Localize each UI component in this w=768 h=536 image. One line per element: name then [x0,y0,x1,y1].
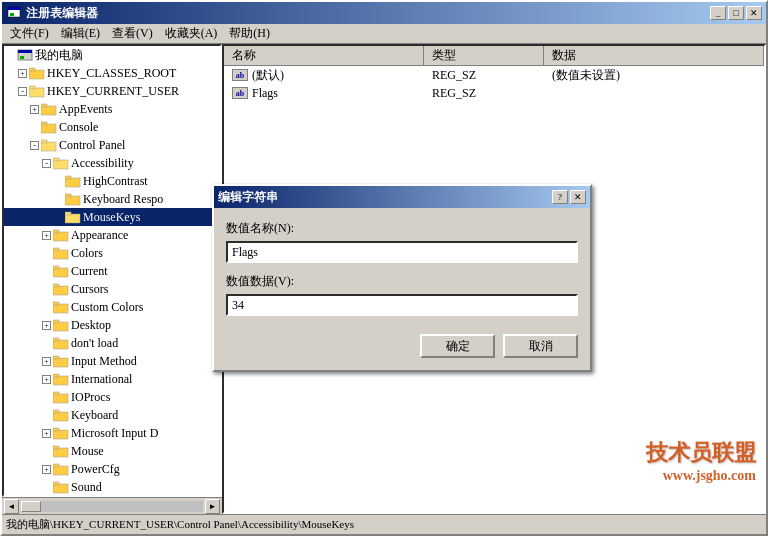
expand-hkey-current-user[interactable]: - [18,87,27,96]
menu-view[interactable]: 查看(V) [106,23,159,44]
expand-international[interactable]: + [42,375,51,384]
svg-rect-44 [53,412,68,421]
svg-rect-7 [29,68,35,71]
tree-item-keyboard[interactable]: Keyboard [4,406,220,424]
menu-edit[interactable]: 编辑(E) [55,23,106,44]
folder-icon-dont-load [53,336,69,350]
tree-item-custom-colors[interactable]: Custom Colors [4,298,220,316]
scroll-left-btn[interactable]: ◄ [4,499,19,514]
svg-rect-18 [65,178,80,187]
folder-icon-microsoft-input [53,426,69,440]
dialog-cancel-button[interactable]: 取消 [503,334,578,358]
dialog-buttons: 确定 取消 [226,334,578,358]
dialog-data-input[interactable] [226,294,578,316]
folder-icon-powercfg [53,462,69,476]
close-button[interactable]: ✕ [746,6,762,20]
expand-appearance[interactable]: + [42,231,51,240]
menu-bar: 文件(F) 编辑(E) 查看(V) 收藏夹(A) 帮助(H) [2,24,766,44]
table-header: 名称 类型 数据 [224,46,764,66]
tree-wrapper: 我的电脑 + HKEY_CLASSES_ROOT - [2,44,222,514]
svg-rect-47 [53,428,59,431]
tree-item-console[interactable]: Console [4,118,220,136]
tree-label-sound: Sound [71,480,102,495]
td-name-0: ab (默认) [224,66,424,84]
svg-rect-43 [53,392,59,395]
tree-item-international[interactable]: + International [4,370,220,388]
svg-rect-52 [53,484,68,493]
watermark-line1: 技术员联盟 [646,438,756,468]
table-row[interactable]: ab Flags REG_SZ [224,84,764,102]
menu-file[interactable]: 文件(F) [4,23,55,44]
minimize-button[interactable]: _ [710,6,726,20]
folder-icon-console [41,120,57,134]
svg-rect-24 [53,232,68,241]
scroll-right-btn[interactable]: ► [205,499,220,514]
tree-item-accessibility[interactable]: - Accessibility [4,154,220,172]
tree-item-powercfg[interactable]: + PowerCfg [4,460,220,478]
svg-rect-28 [53,268,68,277]
svg-rect-30 [53,286,68,295]
expand-appevents[interactable]: + [30,105,39,114]
tree-label-desktop: Desktop [71,318,111,333]
main-content: 我的电脑 + HKEY_CLASSES_ROOT - [2,44,766,514]
tree-item-control-panel[interactable]: - Control Panel [4,136,220,154]
folder-icon-appevents [41,102,57,116]
dialog-title-buttons: ? ✕ [552,190,586,204]
tree-item-mousekeys[interactable]: MouseKeys [4,208,220,226]
dialog-ok-button[interactable]: 确定 [420,334,495,358]
td-type-0: REG_SZ [424,66,544,84]
tree-label-keyboard-respo: Keyboard Respo [83,192,163,207]
svg-rect-15 [41,140,47,143]
tree-item-sound[interactable]: Sound [4,478,220,496]
menu-favorites[interactable]: 收藏夹(A) [159,23,224,44]
tree-item-keyboard-respo[interactable]: Keyboard Respo [4,190,220,208]
dialog-title-text: 编辑字符串 [218,189,552,206]
tree-item-my-computer[interactable]: 我的电脑 [4,46,220,64]
maximize-button[interactable]: □ [728,6,744,20]
scroll-thumb[interactable] [21,501,41,512]
dialog-close-button[interactable]: ✕ [570,190,586,204]
tree-item-appearance[interactable]: + Appearance [4,226,220,244]
tree-label-appevents: AppEvents [59,102,112,117]
folder-icon-mouse [53,444,69,458]
svg-rect-33 [53,302,59,305]
expand-hkey-classes-root[interactable]: + [18,69,27,78]
tree-item-colors[interactable]: Colors [4,244,220,262]
expand-accessibility[interactable]: - [42,159,51,168]
tree-item-ioprocs[interactable]: IOProcs [4,388,220,406]
tree-item-microsoft-input[interactable]: + Microsoft Input D [4,424,220,442]
tree-item-highcontrast[interactable]: HighContrast [4,172,220,190]
folder-icon-sound [53,480,69,494]
tree-panel[interactable]: 我的电脑 + HKEY_CLASSES_ROOT - [2,44,222,497]
tree-item-input-method[interactable]: + Input Method [4,352,220,370]
svg-rect-11 [41,104,47,107]
expand-input-method[interactable]: + [42,357,51,366]
expand-control-panel[interactable]: - [30,141,39,150]
tree-item-desktop[interactable]: + Desktop [4,316,220,334]
expand-desktop[interactable]: + [42,321,51,330]
tree-label-console: Console [59,120,98,135]
scroll-track[interactable] [21,501,203,512]
tree-item-appevents[interactable]: + AppEvents [4,100,220,118]
tree-item-hkey-classes-root[interactable]: + HKEY_CLASSES_ROOT [4,64,220,82]
dialog-name-input[interactable] [226,241,578,263]
tree-item-cursors[interactable]: Cursors [4,280,220,298]
table-row[interactable]: ab (默认) REG_SZ (数值未设置) [224,66,764,84]
tree-label-international: International [71,372,132,387]
expand-microsoft-input[interactable]: + [42,429,51,438]
tree-label-custom-colors: Custom Colors [71,300,143,315]
tree-item-mouse[interactable]: Mouse [4,442,220,460]
folder-icon-ioprocs [53,390,69,404]
folder-open-icon [29,84,45,98]
expand-powercfg[interactable]: + [42,465,51,474]
tree-item-current[interactable]: Current [4,262,220,280]
td-type-1: REG_SZ [424,84,544,102]
menu-help[interactable]: 帮助(H) [223,23,276,44]
tree-horizontal-scroll[interactable]: ◄ ► [2,497,222,514]
tree-item-hkey-current-user[interactable]: - HKEY_CURRENT_USER [4,82,220,100]
svg-rect-9 [29,86,35,89]
dialog-help-button[interactable]: ? [552,190,568,204]
svg-rect-1 [8,7,20,10]
tree-item-dont-load[interactable]: don't load [4,334,220,352]
computer-icon [17,48,33,62]
